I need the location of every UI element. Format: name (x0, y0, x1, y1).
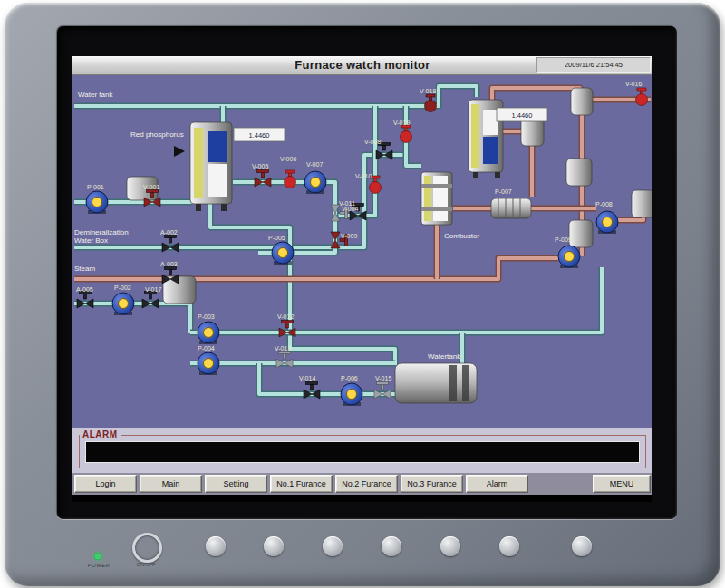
bezel-function-button-2[interactable] (264, 536, 284, 556)
bezel-function-button-6[interactable] (499, 536, 519, 556)
power-knob-button[interactable] (132, 533, 162, 563)
setting-button[interactable]: Setting (205, 475, 267, 493)
equipment-tag: P-004 (198, 345, 215, 352)
nav-spacer (531, 475, 590, 493)
equipment-tag: V-019 (393, 120, 410, 126)
no3-furnace-button[interactable]: No.3 Furance (401, 475, 463, 493)
equipment-tag: A-003 (160, 261, 178, 267)
pump-p002 (112, 293, 134, 315)
equipment-tag: V-006 (280, 156, 296, 162)
equipment-tag: V-017 (145, 286, 161, 293)
valve-v006 (285, 170, 296, 188)
equipment-tag: P-006 (341, 375, 358, 381)
label-red-phosphorus: Red phosphorus (130, 130, 184, 139)
pump-p003 (198, 322, 219, 344)
equipment-tag: V-013 (275, 345, 291, 352)
equipment-tag: P-008 (595, 201, 613, 207)
equipment-tag: V-011 (339, 200, 355, 207)
reactor-1 (190, 122, 232, 211)
equipment-tag: V-009 (341, 233, 357, 239)
title-bar: Furnace watch monitor 2009/11/6 21:54:45 (72, 56, 652, 75)
equipment-tag: V-016 (625, 81, 642, 87)
bezel-function-button-3[interactable] (323, 536, 343, 556)
equipment-tag: A-002 (160, 229, 178, 236)
label-demin-2: Water Box (74, 236, 108, 245)
small-tank-right (632, 190, 652, 217)
pump-p008 (596, 211, 618, 234)
pump-p009 (558, 246, 580, 268)
equipment-tag: P-001 (87, 184, 104, 190)
pump-p001 (86, 191, 108, 214)
equipment-tag: V-012 (277, 313, 294, 320)
label-watertank: Watertank (428, 352, 461, 361)
equipment-tag: P-009 (555, 236, 572, 243)
alarm-message-display (85, 441, 640, 463)
readout-reactor1: 1.4460 (234, 128, 285, 141)
pump-p006 (341, 383, 362, 406)
equipment-tag: V-004 (342, 206, 358, 212)
equipment-tag: P-002 (114, 284, 131, 291)
equipment-tag: P-005 (268, 235, 285, 241)
nav-button-row: Login Main Setting No.1 Furance No.2 Fur… (72, 473, 652, 495)
alarm-panel: ALARM (72, 428, 652, 473)
readout-reactor2: 1.4460 (497, 108, 547, 121)
equipment-tag: V-008 (364, 139, 381, 145)
readout-value: 1.4460 (512, 111, 533, 120)
separator-d (569, 220, 593, 247)
equipment-tag: P-007 (495, 188, 512, 195)
label-water-tank: Water tank (78, 91, 113, 99)
equipment-tag: V-014 (299, 375, 315, 381)
no2-furnace-button[interactable]: No.2 Furance (335, 475, 398, 493)
equipment-tag: V-010 (355, 173, 372, 179)
combustor-vessel (421, 172, 452, 225)
separator-c (566, 159, 592, 186)
equipment-tag: A-005 (76, 286, 93, 293)
power-led-label: POWER (79, 563, 119, 568)
diagram-canvas: 1.4460 1.4460 Water tank Red phosphorus … (72, 75, 652, 428)
equipment-tag: V-018 (420, 88, 436, 94)
equipment-tag: P-003 (198, 313, 215, 320)
monitor-bezel: Furnace watch monitor 2009/11/6 21:54:45 (5, 3, 720, 586)
valve-v016 (636, 88, 648, 106)
photo-stage: Furnace watch monitor 2009/11/6 21:54:45 (0, 0, 725, 588)
bezel-function-button-4[interactable] (382, 536, 401, 556)
power-knob-label: ON/OFF (125, 562, 167, 567)
power-led (94, 553, 102, 560)
blower-motor (491, 198, 531, 218)
equipment-tag: V-005 (252, 163, 268, 169)
pump-p004 (198, 352, 219, 375)
label-combustor: Combustor (444, 232, 479, 240)
red-phosphorus-arrow (174, 146, 185, 157)
equipment-tag: V-007 (306, 161, 323, 168)
valve-v018 (425, 94, 437, 112)
separator-b (571, 88, 593, 115)
bezel-function-button-7[interactable] (572, 536, 592, 556)
equipment-tag: V-001 (143, 184, 160, 190)
menu-button[interactable]: MENU (593, 475, 651, 493)
pump-p005 (272, 242, 294, 265)
bezel-function-button-1[interactable] (206, 536, 226, 556)
scada-diagram: 1.4460 1.4460 Water tank Red phosphorus … (72, 75, 652, 428)
alarm-button[interactable]: Alarm (466, 475, 528, 493)
bezel-function-button-5[interactable] (440, 536, 460, 556)
pump-v007 (304, 171, 326, 194)
lcd-screen: Furnace watch monitor 2009/11/6 21:54:45 (72, 56, 652, 502)
label-demin-1: Demineralization (74, 228, 129, 236)
readout-value: 1.4460 (249, 131, 270, 140)
main-button[interactable]: Main (140, 475, 202, 493)
equipment-tag: V-015 (375, 375, 392, 381)
valve-v019 (401, 125, 412, 143)
clock: 2009/11/6 21:54:45 (536, 57, 651, 73)
alarm-groupbox (79, 435, 646, 468)
label-steam: Steam (74, 265, 95, 273)
alarm-panel-title: ALARM (80, 429, 121, 439)
login-button[interactable]: Login (74, 475, 137, 493)
no1-furnace-button[interactable]: No.1 Furance (270, 475, 333, 493)
water-tank-lower (395, 363, 477, 403)
